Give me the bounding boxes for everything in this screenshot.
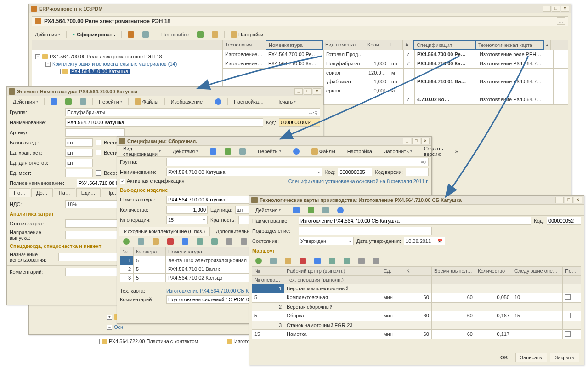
setup-button[interactable]: Настройка: [344, 147, 375, 155]
tree-komp[interactable]: −Комплектующих и вспомогательных материа…: [35, 60, 219, 68]
placeunit-combo[interactable]: …: [65, 169, 93, 177]
actions-menu[interactable]: Действия▾: [170, 147, 201, 155]
table-row[interactable]: 3Станок намоточный FGR-23: [252, 321, 581, 330]
tree-selection[interactable]: +РХ4.564.710.00 Катушка: [35, 68, 219, 75]
form-button[interactable]: ▸Сформировать: [69, 30, 119, 39]
vid-menu[interactable]: Вид спецификации▾: [120, 144, 164, 158]
delete-button[interactable]: [296, 256, 309, 265]
tb-icon3[interactable]: [194, 30, 207, 39]
moveup-button[interactable]: [326, 256, 339, 265]
spec-tab-src[interactable]: Исходные комплектующие (6 поз.): [119, 227, 210, 236]
setup-button[interactable]: Настройка…: [231, 98, 267, 106]
copy-button[interactable]: [135, 237, 147, 246]
tech-state-combo[interactable]: Утвержден▾: [299, 237, 354, 245]
moveup-button[interactable]: [193, 237, 206, 246]
maximize-button[interactable]: □: [304, 88, 312, 95]
tab[interactable]: До…: [31, 188, 53, 197]
createver-button[interactable]: Создать версию: [421, 144, 447, 158]
tb-icon1[interactable]: [124, 30, 137, 39]
close-button[interactable]: ×: [421, 138, 430, 144]
collapse-icon[interactable]: −: [35, 54, 40, 59]
spec-op-combo[interactable]: 15▾: [166, 216, 208, 224]
tech-code-input[interactable]: [547, 217, 581, 225]
copy-button[interactable]: [267, 256, 280, 265]
spec-name-input[interactable]: РХ4.564.710.00 Катушка▾: [166, 168, 322, 176]
tech-name-input[interactable]: [299, 217, 531, 225]
spec-qty-input[interactable]: [166, 206, 208, 214]
tree-frag2[interactable]: −Осн: [107, 323, 123, 331]
col-spec[interactable]: Спецификация: [413, 40, 476, 50]
tb-icon[interactable]: [47, 97, 60, 106]
vesti-check2[interactable]: [96, 150, 101, 155]
tb-icon[interactable]: [77, 97, 90, 106]
add-button[interactable]: [120, 237, 133, 246]
table-row[interactable]: уфабрикат1,000шт✓РХ4.564.710.01 Ва…Изгот…: [223, 77, 568, 86]
minimize-button[interactable]: _: [543, 6, 551, 12]
maximize-button[interactable]: □: [552, 6, 560, 12]
movedown-button[interactable]: [340, 256, 353, 265]
tech-dept-combo[interactable]: …: [299, 227, 432, 235]
close-button[interactable]: ×: [561, 6, 569, 12]
active-check[interactable]: [120, 179, 125, 184]
baseunit-combo[interactable]: шт…: [65, 138, 93, 147]
expand-icon[interactable]: +: [56, 69, 61, 74]
collapse-icon[interactable]: −: [45, 62, 51, 67]
fill-menu[interactable]: Заполнить▾: [381, 147, 415, 155]
tb-icon2[interactable]: [139, 30, 152, 39]
vesti-check[interactable]: [96, 140, 101, 145]
edit-button[interactable]: [149, 237, 162, 246]
storeunit-combo[interactable]: шт…: [65, 149, 93, 157]
goto-menu[interactable]: Перейти▾: [96, 98, 125, 106]
more-button[interactable]: »: [452, 147, 461, 155]
col-tech[interactable]: Технология: [223, 40, 266, 50]
maximize-button[interactable]: □: [412, 138, 420, 144]
table-row[interactable]: Изготовление реле …РХ4.564.700.00 Ре…Гот…: [223, 50, 568, 59]
close-button[interactable]: Закрыть: [550, 353, 579, 362]
reportunit-combo[interactable]: шт…: [65, 159, 93, 167]
name-input[interactable]: [65, 118, 263, 126]
actions-menu[interactable]: Действия▾: [32, 30, 63, 39]
weight-check[interactable]: [96, 170, 101, 176]
files-button[interactable]: Файлы: [131, 97, 162, 106]
help-button[interactable]: [212, 97, 225, 106]
goto-menu[interactable]: Перейти▾: [254, 147, 284, 155]
col-a[interactable]: А…: [403, 40, 414, 50]
tab[interactable]: По…: [9, 188, 30, 197]
tree-frag3[interactable]: +РХ4.564.722.00 Пластина с контактом: [95, 339, 198, 344]
close-button[interactable]: ×: [574, 197, 582, 203]
movedown-button[interactable]: [208, 237, 221, 246]
col-vid[interactable]: Вид номенклат…: [323, 40, 365, 50]
maximize-button[interactable]: □: [565, 197, 573, 203]
no-errors-button[interactable]: Нет ошибок: [158, 30, 192, 39]
table-row[interactable]: 1Верстак комплектовочный: [252, 284, 581, 293]
tab[interactable]: Еди…: [76, 188, 101, 197]
spec-tab-dop[interactable]: Дополнительн: [211, 227, 254, 236]
table-row[interactable]: ериал120,000м: [223, 69, 568, 77]
add-button[interactable]: [252, 256, 265, 265]
table-row[interactable]: 5Сборкамин60600,16715: [252, 311, 581, 321]
edit-button[interactable]: [282, 256, 294, 265]
spec-group-input[interactable]: …×Q: [166, 158, 429, 166]
col-card[interactable]: Технологическая карта: [475, 40, 544, 50]
table-row[interactable]: 2Верстак сборочный: [252, 303, 581, 311]
delete-button[interactable]: [164, 237, 177, 246]
path-more-button[interactable]: …: [557, 17, 565, 25]
table-row[interactable]: 5Комплектовочнаямин60600,05010: [252, 293, 581, 303]
tab[interactable]: На…: [54, 188, 75, 197]
actions-menu[interactable]: Действия▾: [252, 206, 284, 214]
minimize-button[interactable]: _: [294, 88, 303, 95]
settings-button[interactable]: Настройки: [227, 30, 266, 39]
spec-codever-input[interactable]: [406, 168, 429, 176]
files-button[interactable]: Файлы: [308, 147, 339, 156]
tree-root[interactable]: −РХ4.564.700.00 Реле электромагнитное РЭ…: [35, 53, 219, 60]
minimize-button[interactable]: _: [555, 197, 564, 203]
col-unit[interactable]: Ед…: [388, 40, 403, 50]
art-input[interactable]: [65, 128, 125, 137]
ok-button[interactable]: OK: [496, 353, 513, 362]
table-row[interactable]: Изготовление РХ4.5…РХ4.564.710.00 Ка…Пол…: [223, 59, 568, 69]
table-row[interactable]: 15Намоткамин60600,117: [252, 330, 581, 339]
spec-status-link[interactable]: Спецификация установлена основной на 8 ф…: [288, 178, 429, 184]
tb-icon4[interactable]: [209, 30, 221, 39]
minimize-button[interactable]: _: [403, 138, 411, 144]
tb-icon[interactable]: [62, 97, 75, 106]
